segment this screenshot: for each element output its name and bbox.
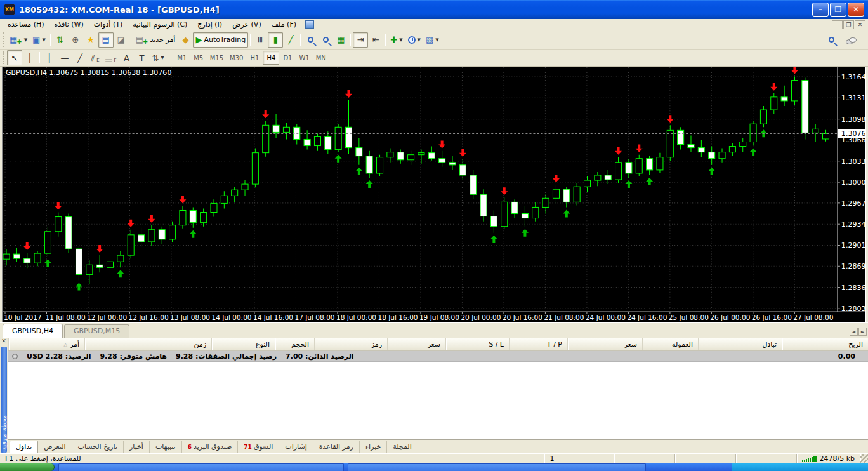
column-header-9[interactable]: العمولة xyxy=(642,338,698,350)
cursor-tool[interactable]: ↖ xyxy=(7,50,22,65)
resize-grip[interactable] xyxy=(860,454,868,463)
vertical-line-tool[interactable]: │ xyxy=(42,50,57,65)
crosshair-button[interactable]: ⊕ xyxy=(68,32,83,48)
menu-item-2[interactable]: إدارج (I) xyxy=(192,19,227,30)
column-header-2[interactable]: النوع xyxy=(211,338,275,350)
menu-item-0[interactable]: ملف (F) xyxy=(266,19,301,30)
timeframe-M1[interactable]: M1 xyxy=(174,51,190,65)
search-icon[interactable] xyxy=(824,32,839,48)
mdi-minimize-button[interactable]: – xyxy=(832,20,843,29)
column-header-11[interactable]: الربح xyxy=(782,338,868,350)
timeframe-H4[interactable]: H4 xyxy=(263,51,279,65)
taskbar-window-button[interactable] xyxy=(348,463,646,471)
timeframe-M15[interactable]: M15 xyxy=(207,51,227,65)
terminal-tab-7[interactable]: إشارات xyxy=(279,441,313,453)
timeframe-M5[interactable]: M5 xyxy=(190,51,207,65)
chart-tab-GBPUSD-H4[interactable]: GBPUSD,H4 xyxy=(3,324,63,338)
terminal-tab-2[interactable]: تاريخ الحساب xyxy=(72,441,124,453)
column-header-6[interactable]: S / L xyxy=(445,338,509,350)
candle-body xyxy=(190,210,196,222)
timeframe-W1[interactable]: W1 xyxy=(296,51,312,65)
arrows-tool[interactable]: ⇅▼ xyxy=(149,50,166,65)
terminal-tab-10[interactable]: المجلة xyxy=(387,441,418,453)
expert-advisors-button[interactable]: ◆ xyxy=(178,32,193,48)
candle-body xyxy=(294,127,300,139)
minimize-button[interactable]: – xyxy=(812,3,829,17)
new-order-button[interactable]: ▤+أمر جديد xyxy=(133,32,178,48)
candle-body xyxy=(55,217,62,232)
mdi-restore-button[interactable]: ❐ xyxy=(843,20,854,29)
auto-scroll-button[interactable]: ⇥ xyxy=(353,32,368,48)
menu-item-4[interactable]: أدوات (T) xyxy=(89,19,128,30)
zoom-in-button[interactable] xyxy=(303,32,318,48)
column-header-7[interactable]: T / P xyxy=(509,338,567,350)
terminal-tab-3[interactable]: أخبار xyxy=(124,441,150,453)
new-chart-button[interactable]: ▦+▼ xyxy=(7,32,30,48)
fibonacci-tool[interactable]: 𝄙F xyxy=(103,50,119,65)
toolbar-grip[interactable] xyxy=(3,51,6,64)
chart-shift-button[interactable]: ⇤ xyxy=(368,32,383,48)
maximize-button[interactable]: ❐ xyxy=(830,3,846,17)
zoom-out-button[interactable] xyxy=(318,32,333,48)
timeframe-MN[interactable]: MN xyxy=(313,51,329,65)
horizontal-line-tool[interactable]: — xyxy=(57,50,72,65)
terminal-tab-4[interactable]: تنبيهات xyxy=(150,441,182,453)
terminal-tab-9[interactable]: خبراء xyxy=(360,441,387,453)
menu-item-6[interactable]: مساعدة (H) xyxy=(3,19,49,30)
start-button[interactable] xyxy=(0,463,55,471)
crosshair-tool[interactable]: ┼ xyxy=(22,50,37,65)
chat-icon[interactable] xyxy=(845,32,860,48)
bar-chart-button[interactable]: ≡ xyxy=(253,32,268,48)
menu-item-3[interactable]: الرسوم البيانية (C) xyxy=(128,19,192,30)
timeframe-D1[interactable]: D1 xyxy=(279,51,296,65)
menu-item-1[interactable]: عرض (V) xyxy=(227,19,266,30)
candle-body xyxy=(459,165,466,175)
column-header-8[interactable]: سعر xyxy=(567,338,642,350)
terminal-tab-6[interactable]: السوق71 xyxy=(238,441,279,453)
column-header-1[interactable]: زمن xyxy=(84,338,211,350)
fibonacci-tool-glyph: 𝄙 xyxy=(105,54,112,62)
tile-windows-button[interactable]: ▦ xyxy=(333,32,348,48)
text-tool[interactable]: A xyxy=(119,50,134,65)
candlestick-chart[interactable]: 1.316451.313151.309851.306601.303301.300… xyxy=(3,67,865,322)
text-label-tool[interactable]: T xyxy=(134,50,149,65)
indicators-button[interactable]: ✚▼ xyxy=(388,32,405,48)
tick-chart-button[interactable]: ⇅ xyxy=(53,32,68,48)
chart-area[interactable]: 1.316451.313151.309851.306601.303301.300… xyxy=(2,67,866,322)
close-button[interactable]: ✕ xyxy=(848,3,864,17)
terminal-close-button[interactable]: ✕ xyxy=(0,338,8,346)
favorites-button[interactable]: ★ xyxy=(83,32,98,48)
periods-button[interactable]: ▼ xyxy=(405,32,423,48)
terminal-tab-8[interactable]: رمز القاعدة xyxy=(313,441,360,453)
terminal-dock-strip[interactable]: محطة طرفية xyxy=(1,347,7,453)
trendline-tool[interactable]: ╱ xyxy=(72,50,88,65)
column-header-3[interactable]: الحجم xyxy=(275,338,314,350)
timeframe-M30[interactable]: M30 xyxy=(227,51,246,65)
tab-scroll-left-button[interactable]: ◄ xyxy=(850,328,858,336)
line-chart-button[interactable]: ╱ xyxy=(283,32,298,48)
templates-button[interactable]: ▧▼ xyxy=(423,32,442,48)
mdi-close-button[interactable]: ✕ xyxy=(855,20,865,29)
tab-scroll-right-button[interactable]: ► xyxy=(858,328,867,336)
candle-body xyxy=(201,213,207,223)
column-header-4[interactable]: رمز xyxy=(314,338,387,350)
autotrading-button[interactable]: ▶AutoTrading xyxy=(193,32,248,48)
templates-button-glyph: ▧ xyxy=(426,36,433,44)
terminal-tab-5[interactable]: صندوق البريد6 xyxy=(182,441,239,453)
terminal-tab-0[interactable]: تداول xyxy=(10,441,38,453)
chart-tab-GBPUSD-M15[interactable]: GBPUSD,M15 xyxy=(64,324,129,338)
timeframe-H1[interactable]: H1 xyxy=(246,51,263,65)
profiles-button[interactable]: ▣▼ xyxy=(30,32,48,48)
toolbar-grip[interactable] xyxy=(3,32,6,47)
taskbar-window-button[interactable] xyxy=(58,463,344,471)
data-window-button[interactable]: ◪ xyxy=(114,32,129,48)
terminal-tab-1[interactable]: التعرض xyxy=(38,441,72,453)
market-watch-button[interactable]: ▤ xyxy=(98,32,114,48)
column-header-10[interactable]: تبادل xyxy=(698,338,782,350)
menu-item-5[interactable]: نافذة (W) xyxy=(49,19,89,30)
column-header-0[interactable]: △أمر xyxy=(8,338,84,350)
channel-tool[interactable]: ⫽E xyxy=(88,50,103,65)
candlestick-chart-button[interactable]: ▮ xyxy=(268,32,283,48)
terminal-body[interactable] xyxy=(8,362,868,439)
column-header-5[interactable]: سعر xyxy=(387,338,445,350)
